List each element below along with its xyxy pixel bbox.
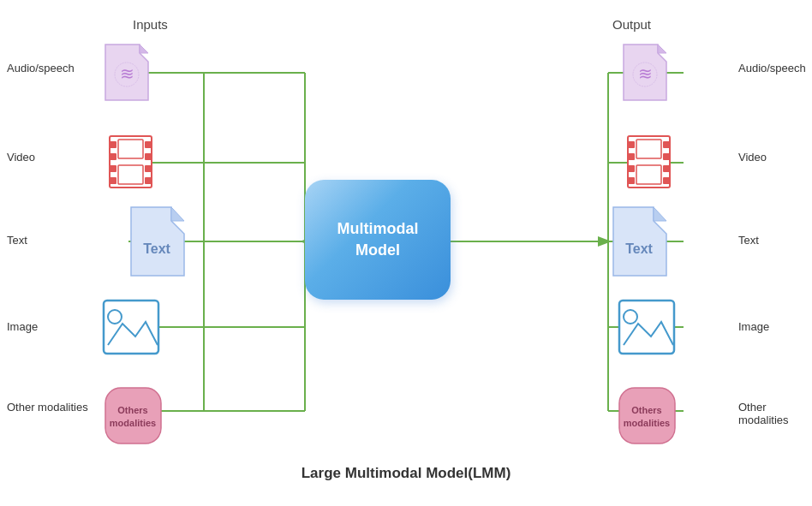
svg-rect-36 — [110, 153, 116, 160]
input-others-label: Other modalities — [7, 401, 88, 414]
input-text-icon: Text — [124, 205, 193, 278]
svg-text:≋: ≋ — [638, 64, 653, 83]
svg-rect-60 — [628, 165, 635, 172]
output-audio-icon: ≋ — [619, 40, 675, 104]
svg-rect-41 — [145, 165, 152, 172]
input-video-icon — [103, 133, 158, 191]
svg-rect-50 — [105, 388, 161, 443]
svg-text:modalities: modalities — [624, 418, 670, 428]
svg-rect-61 — [628, 177, 635, 184]
diagram-container: Inputs Output Audio/speech Video Text Im… — [0, 0, 812, 506]
svg-text:modalities: modalities — [110, 418, 156, 428]
svg-rect-62 — [663, 141, 670, 148]
svg-rect-73 — [619, 388, 675, 443]
output-others-label: Other modalities — [738, 401, 812, 426]
svg-rect-63 — [663, 153, 670, 160]
svg-rect-71 — [619, 301, 674, 354]
svg-rect-37 — [110, 165, 116, 172]
output-video-label: Video — [738, 151, 767, 164]
input-video-label: Video — [7, 151, 35, 164]
svg-marker-31 — [140, 45, 148, 53]
model-box: MultimodalModel — [305, 180, 451, 300]
input-text-label: Text — [7, 234, 27, 247]
output-text-label: Text — [738, 234, 759, 247]
input-image-label: Image — [7, 320, 38, 333]
svg-marker-69 — [654, 207, 666, 221]
svg-text:Text: Text — [143, 241, 170, 256]
svg-text:≋: ≋ — [120, 64, 134, 83]
input-image-icon — [101, 298, 161, 356]
output-image-icon — [617, 298, 677, 356]
svg-rect-64 — [663, 165, 670, 172]
input-others-icon: Others modalities — [101, 384, 170, 452]
svg-rect-42 — [145, 177, 152, 184]
output-video-icon — [621, 133, 677, 191]
svg-rect-40 — [145, 153, 152, 160]
svg-rect-48 — [104, 301, 158, 354]
output-others-icon: Others modalities — [615, 384, 684, 452]
output-audio-label: Audio/speech — [738, 62, 806, 74]
output-text-icon: Text — [606, 205, 675, 278]
svg-rect-35 — [110, 141, 116, 148]
svg-marker-54 — [658, 45, 666, 53]
svg-rect-59 — [628, 153, 635, 160]
footer-label: Large Multimodal Model(LMM) — [302, 465, 511, 482]
svg-marker-46 — [171, 207, 184, 221]
svg-rect-39 — [145, 141, 152, 148]
output-image-label: Image — [738, 320, 769, 333]
input-audio-label: Audio/speech — [7, 62, 75, 74]
output-label: Output — [612, 17, 651, 32]
svg-text:Text: Text — [625, 241, 653, 256]
svg-text:Others: Others — [117, 405, 147, 415]
svg-rect-58 — [628, 141, 635, 148]
inputs-label: Inputs — [133, 17, 168, 32]
svg-rect-38 — [110, 177, 116, 184]
input-audio-icon: ≋ — [101, 40, 157, 104]
svg-text:Others: Others — [631, 405, 661, 415]
model-label: MultimodalModel — [337, 218, 419, 261]
svg-rect-65 — [663, 177, 670, 184]
